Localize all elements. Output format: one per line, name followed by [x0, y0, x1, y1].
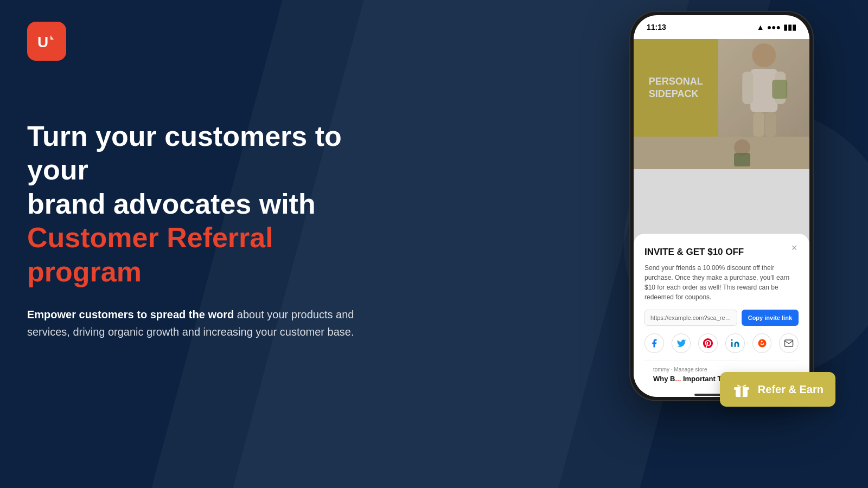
svg-point-14	[763, 343, 764, 344]
phone-content: PERSONALSIDEPACK	[634, 39, 809, 397]
status-icons: ▲ ●●● ▮▮▮	[757, 23, 796, 31]
left-content-area: Turn your customers to your brand advoca…	[27, 119, 380, 341]
phone-container: 11:13 ▲ ●●● ▮▮▮ PERSONALSIDEPACK	[618, 11, 825, 423]
modal-description: Send your friends a 10.00% discount off …	[644, 263, 799, 302]
headline: Turn your customers to your brand advoca…	[27, 119, 380, 288]
status-bar: 11:13 ▲ ●●● ▮▮▮	[634, 15, 809, 39]
gift-icon	[732, 380, 751, 399]
battery-icon: ▮▮▮	[783, 23, 796, 31]
refer-earn-label: Refer & Earn	[758, 383, 824, 396]
headline-accent: Customer Referral program	[27, 222, 273, 287]
svg-point-12	[758, 339, 766, 348]
invite-row: https://example.com?sca_ref=12YUS16789 C…	[644, 310, 799, 326]
refer-earn-button[interactable]: Refer & Earn	[720, 372, 835, 407]
reddit-share-icon[interactable]	[752, 333, 772, 353]
svg-rect-17	[741, 387, 743, 397]
invite-url-field[interactable]: https://example.com?sca_ref=12YUS16789	[644, 310, 737, 326]
pinterest-share-icon[interactable]	[698, 333, 718, 353]
phone-frame: 11:13 ▲ ●●● ▮▮▮ PERSONALSIDEPACK	[629, 11, 814, 401]
modal-title: INVITE & GET $10 OFF	[644, 247, 799, 258]
svg-point-13	[761, 343, 762, 344]
modal-overlay: × INVITE & GET $10 OFF Send your friends…	[634, 39, 809, 397]
wifi-icon: ▲	[757, 23, 764, 31]
linkedin-share-icon[interactable]	[725, 333, 745, 353]
email-share-icon[interactable]	[779, 333, 799, 353]
modal-close-button[interactable]: ×	[788, 241, 801, 254]
signal-icon: ●●●	[767, 23, 781, 31]
phone-screen: 11:13 ▲ ●●● ▮▮▮ PERSONALSIDEPACK	[634, 15, 809, 397]
svg-point-11	[731, 339, 732, 341]
headline-line1: Turn your customers to your	[27, 120, 342, 185]
subtext: Empower customers to spread the word abo…	[27, 306, 380, 341]
social-share-row	[644, 333, 799, 353]
svg-text:U: U	[37, 34, 48, 50]
facebook-share-icon[interactable]	[644, 333, 664, 353]
subtext-bold: Empower customers to spread the word	[27, 309, 234, 320]
twitter-share-icon[interactable]	[672, 333, 691, 353]
status-time: 11:13	[647, 23, 666, 31]
copy-invite-button[interactable]: Copy invite link	[742, 310, 799, 326]
headline-line2: brand advocates with	[27, 188, 316, 220]
logo: U	[27, 22, 66, 61]
